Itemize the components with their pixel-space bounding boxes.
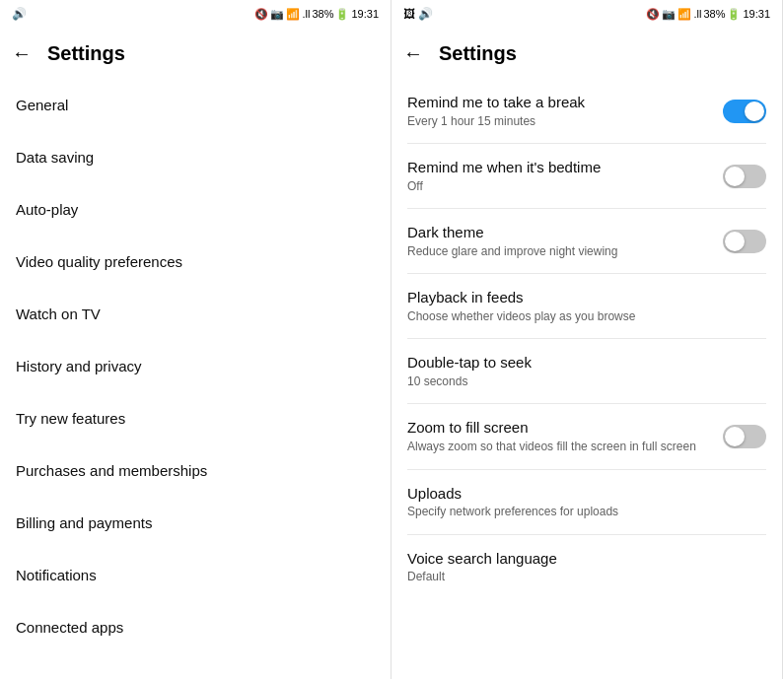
left-status-speaker: 🔊 [12,7,27,21]
setting-zoom-fill-subtitle: Always zoom so that videos fill the scre… [407,440,711,455]
right-header: ← Settings [392,28,782,79]
setting-uploads[interactable]: Uploads Specify network preferences for … [392,470,782,534]
right-battery-percent: 38% [703,8,725,20]
menu-item-notifications[interactable]: Notifications [0,549,391,601]
wifi-icon: 📶 [286,8,300,21]
menu-item-watch-on-tv-label: Watch on TV [16,306,101,322]
setting-playback-feeds[interactable]: Playback in feeds Choose whether videos … [392,274,782,338]
menu-item-general[interactable]: General [0,79,391,131]
battery-percent: 38% [312,8,333,20]
setting-playback-feeds-content: Playback in feeds Choose whether videos … [407,288,766,324]
setting-remind-bedtime[interactable]: Remind me when it's bedtime Off [392,144,782,208]
left-panel: 🔊 🔇 📷 📶 .ll 38% 🔋 19:31 ← Settings Gener… [0,0,392,679]
menu-item-purchases[interactable]: Purchases and memberships [0,444,391,497]
setting-playback-feeds-title: Playback in feeds [407,288,754,307]
setting-dark-theme-subtitle: Reduce glare and improve night viewing [407,244,711,260]
setting-dark-theme-title: Dark theme [407,223,711,242]
setting-dark-theme-content: Dark theme Reduce glare and improve nigh… [407,223,723,259]
setting-zoom-fill[interactable]: Zoom to fill screen Always zoom so that … [392,404,782,468]
signal-strength: .ll [302,8,310,20]
menu-item-history-privacy-label: History and privacy [16,358,142,374]
left-settings-title: Settings [47,42,125,65]
left-status-right: 🔇 📷 📶 .ll 38% 🔋 19:31 [254,8,379,21]
setting-zoom-fill-title: Zoom to fill screen [407,418,711,438]
menu-item-general-label: General [16,97,68,113]
setting-remind-break-title: Remind me to take a break [407,93,711,112]
back-button[interactable]: ← [12,42,32,65]
setting-zoom-fill-content: Zoom to fill screen Always zoom so that … [407,418,723,454]
toggle-zoom-fill-thumb [725,427,745,446]
toggle-remind-bedtime[interactable] [723,165,766,188]
setting-double-tap-seek-content: Double-tap to seek 10 seconds [407,353,766,389]
setting-remind-break-subtitle: Every 1 hour 15 minutes [407,114,711,130]
menu-item-video-quality-label: Video quality preferences [16,253,182,270]
battery-icon-left: 🔋 [335,8,349,21]
setting-remind-bedtime-title: Remind me when it's bedtime [407,158,711,177]
setting-dark-theme[interactable]: Dark theme Reduce glare and improve nigh… [392,209,782,273]
right-battery-icon: 🔋 [727,8,741,21]
right-time: 19:31 [743,8,770,20]
toggle-zoom-fill-track [723,425,766,448]
toggle-dark-theme-track [723,230,766,253]
toggle-remind-break[interactable] [723,100,766,123]
toggle-remind-break-thumb [745,102,764,121]
right-wifi-icon: 📶 [677,8,691,21]
setting-voice-search-title: Voice search language [407,549,754,569]
camera-icon: 📷 [270,8,284,21]
left-status-bar: 🔊 🔇 📷 📶 .ll 38% 🔋 19:31 [0,0,391,28]
left-menu-list: General Data saving Auto-play Video qual… [0,79,391,679]
menu-item-purchases-label: Purchases and memberships [16,462,207,479]
menu-item-history-privacy[interactable]: History and privacy [0,340,391,392]
setting-remind-break-content: Remind me to take a break Every 1 hour 1… [407,93,723,129]
setting-playback-feeds-subtitle: Choose whether videos play as you browse [407,309,754,325]
right-settings-list: Remind me to take a break Every 1 hour 1… [392,79,782,679]
menu-item-video-quality[interactable]: Video quality preferences [0,236,391,288]
menu-item-notifications-label: Notifications [16,567,97,583]
right-panel: 🖼 🔊 🔇 📷 📶 .ll 38% 🔋 19:31 ← Settings Rem… [392,0,783,679]
toggle-remind-break-track [723,100,766,123]
mute-icon: 🔇 [254,8,268,21]
right-camera-icon: 📷 [662,8,676,21]
right-mute-icon: 🔇 [646,8,660,21]
menu-item-try-new-features-label: Try new features [16,410,125,427]
menu-item-connected-apps-label: Connected apps [16,619,123,636]
menu-item-auto-play[interactable]: Auto-play [0,183,391,236]
setting-uploads-subtitle: Specify network preferences for uploads [407,505,754,520]
right-status-left: 🖼 🔊 [403,7,433,21]
setting-voice-search-subtitle: Default [407,570,754,585]
setting-double-tap-seek-title: Double-tap to seek [407,353,754,373]
setting-remind-bedtime-content: Remind me when it's bedtime Off [407,158,723,194]
right-status-right: 🔇 📷 📶 .ll 38% 🔋 19:31 [646,8,770,21]
toggle-remind-bedtime-track [723,165,766,188]
setting-voice-search-content: Voice search language Default [407,549,766,585]
toggle-remind-bedtime-thumb [725,167,745,186]
setting-uploads-title: Uploads [407,484,754,504]
menu-item-watch-on-tv[interactable]: Watch on TV [0,288,391,340]
menu-item-billing-label: Billing and payments [16,514,152,531]
right-back-button[interactable]: ← [403,42,423,65]
right-status-bar: 🖼 🔊 🔇 📷 📶 .ll 38% 🔋 19:31 [392,0,782,28]
menu-item-billing[interactable]: Billing and payments [0,497,391,549]
setting-voice-search[interactable]: Voice search language Default [392,535,782,599]
menu-item-auto-play-label: Auto-play [16,201,78,218]
setting-uploads-content: Uploads Specify network preferences for … [407,484,766,520]
toggle-dark-theme[interactable] [723,230,766,253]
toggle-dark-theme-thumb [725,232,745,251]
right-settings-title: Settings [439,42,517,65]
right-signal-strength: .ll [693,8,701,20]
left-header: ← Settings [0,28,391,79]
menu-item-data-saving-label: Data saving [16,149,94,166]
setting-double-tap-seek-subtitle: 10 seconds [407,374,754,390]
toggle-zoom-fill[interactable] [723,425,766,448]
setting-double-tap-seek[interactable]: Double-tap to seek 10 seconds [392,339,782,403]
menu-item-data-saving[interactable]: Data saving [0,131,391,183]
menu-item-connected-apps[interactable]: Connected apps [0,601,391,653]
time-left: 19:31 [351,8,379,20]
setting-remind-bedtime-subtitle: Off [407,179,711,195]
menu-item-try-new-features[interactable]: Try new features [0,392,391,444]
setting-remind-break[interactable]: Remind me to take a break Every 1 hour 1… [392,79,782,143]
